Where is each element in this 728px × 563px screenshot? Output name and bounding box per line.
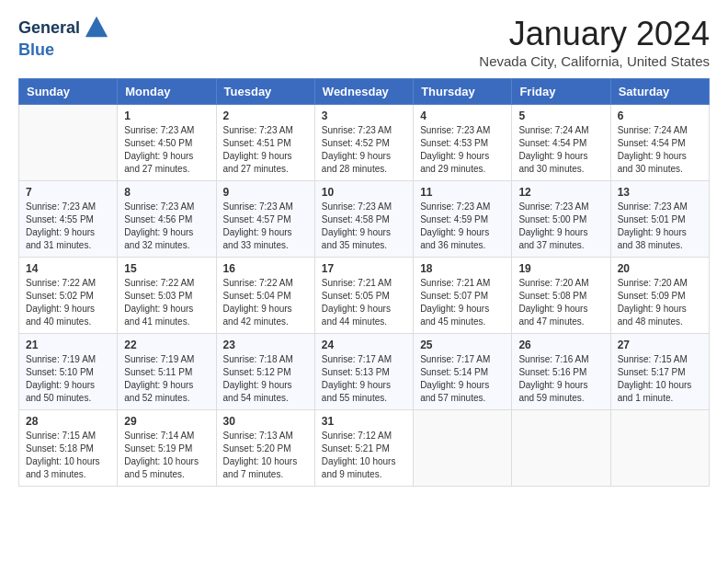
day-info: Sunrise: 7:22 AM Sunset: 5:04 PM Dayligh… (223, 277, 308, 328)
calendar-cell: 4Sunrise: 7:23 AM Sunset: 4:53 PM Daylig… (414, 105, 512, 181)
calendar-cell: 15Sunrise: 7:22 AM Sunset: 5:03 PM Dayli… (118, 258, 216, 334)
calendar-week-4: 21Sunrise: 7:19 AM Sunset: 5:10 PM Dayli… (19, 334, 710, 410)
calendar-cell: 7Sunrise: 7:23 AM Sunset: 4:55 PM Daylig… (19, 181, 118, 258)
day-info: Sunrise: 7:14 AM Sunset: 5:19 PM Dayligh… (124, 430, 209, 481)
logo-icon (84, 15, 109, 40)
calendar-cell: 31Sunrise: 7:12 AM Sunset: 5:21 PM Dayli… (314, 410, 413, 487)
day-number: 31 (322, 415, 406, 428)
calendar-header-monday: Monday (118, 79, 216, 105)
svg-marker-0 (85, 17, 108, 37)
day-number: 21 (26, 339, 110, 351)
calendar-header-saturday: Saturday (610, 79, 709, 105)
day-info: Sunrise: 7:23 AM Sunset: 5:00 PM Dayligh… (518, 201, 603, 252)
day-info: Sunrise: 7:19 AM Sunset: 5:10 PM Dayligh… (26, 353, 110, 405)
day-info: Sunrise: 7:20 AM Sunset: 5:08 PM Dayligh… (518, 277, 603, 328)
day-number: 7 (26, 186, 110, 199)
day-number: 19 (518, 262, 603, 275)
day-number: 6 (618, 109, 702, 122)
day-number: 9 (223, 186, 308, 199)
calendar-cell: 22Sunrise: 7:19 AM Sunset: 5:11 PM Dayli… (118, 334, 216, 410)
day-info: Sunrise: 7:23 AM Sunset: 4:50 PM Dayligh… (124, 124, 209, 176)
day-info: Sunrise: 7:23 AM Sunset: 4:59 PM Dayligh… (420, 201, 505, 252)
day-number: 16 (223, 262, 308, 275)
day-number: 3 (322, 109, 406, 122)
day-number: 30 (223, 415, 308, 428)
day-info: Sunrise: 7:23 AM Sunset: 5:01 PM Dayligh… (618, 201, 702, 252)
calendar-week-2: 7Sunrise: 7:23 AM Sunset: 4:55 PM Daylig… (19, 181, 710, 258)
day-number: 10 (322, 186, 406, 199)
calendar-cell: 26Sunrise: 7:16 AM Sunset: 5:16 PM Dayli… (512, 334, 610, 410)
calendar-cell: 25Sunrise: 7:17 AM Sunset: 5:14 PM Dayli… (414, 334, 512, 410)
calendar-week-3: 14Sunrise: 7:22 AM Sunset: 5:02 PM Dayli… (19, 258, 710, 334)
calendar-cell: 16Sunrise: 7:22 AM Sunset: 5:04 PM Dayli… (216, 258, 314, 334)
day-info: Sunrise: 7:12 AM Sunset: 5:21 PM Dayligh… (322, 430, 406, 481)
day-info: Sunrise: 7:15 AM Sunset: 5:17 PM Dayligh… (618, 353, 702, 405)
day-info: Sunrise: 7:15 AM Sunset: 5:18 PM Dayligh… (26, 430, 110, 481)
calendar-table: SundayMondayTuesdayWednesdayThursdayFrid… (18, 78, 710, 487)
calendar-cell: 11Sunrise: 7:23 AM Sunset: 4:59 PM Dayli… (414, 181, 512, 258)
day-info: Sunrise: 7:16 AM Sunset: 5:16 PM Dayligh… (518, 353, 603, 405)
day-number: 24 (322, 339, 406, 351)
day-info: Sunrise: 7:23 AM Sunset: 4:58 PM Dayligh… (322, 201, 406, 252)
calendar-cell (414, 410, 512, 487)
calendar-header-friday: Friday (512, 79, 610, 105)
day-number: 27 (618, 339, 702, 351)
day-info: Sunrise: 7:23 AM Sunset: 4:52 PM Dayligh… (322, 124, 406, 176)
day-info: Sunrise: 7:18 AM Sunset: 5:12 PM Dayligh… (223, 353, 308, 405)
calendar-cell: 29Sunrise: 7:14 AM Sunset: 5:19 PM Dayli… (118, 410, 216, 487)
calendar-cell: 14Sunrise: 7:22 AM Sunset: 5:02 PM Dayli… (19, 258, 118, 334)
day-number: 20 (618, 262, 702, 275)
day-info: Sunrise: 7:22 AM Sunset: 5:02 PM Dayligh… (26, 277, 110, 328)
day-number: 2 (223, 109, 308, 122)
day-number: 15 (124, 262, 209, 275)
calendar-cell (610, 410, 709, 487)
logo-blue-text: Blue (18, 40, 54, 60)
day-number: 23 (223, 339, 308, 351)
calendar-cell: 5Sunrise: 7:24 AM Sunset: 4:54 PM Daylig… (512, 105, 610, 181)
calendar-cell: 13Sunrise: 7:23 AM Sunset: 5:01 PM Dayli… (610, 181, 709, 258)
calendar-cell: 12Sunrise: 7:23 AM Sunset: 5:00 PM Dayli… (512, 181, 610, 258)
calendar-cell: 18Sunrise: 7:21 AM Sunset: 5:07 PM Dayli… (414, 258, 512, 334)
calendar-cell: 17Sunrise: 7:21 AM Sunset: 5:05 PM Dayli… (314, 258, 413, 334)
title-area: January 2024 Nevada City, California, Un… (479, 15, 710, 69)
location-title: Nevada City, California, United States (479, 53, 710, 69)
calendar-cell: 9Sunrise: 7:23 AM Sunset: 4:57 PM Daylig… (216, 181, 314, 258)
calendar-cell (19, 105, 118, 181)
day-info: Sunrise: 7:23 AM Sunset: 4:55 PM Dayligh… (26, 201, 110, 252)
calendar-cell: 6Sunrise: 7:24 AM Sunset: 4:54 PM Daylig… (610, 105, 709, 181)
day-number: 14 (26, 262, 110, 275)
calendar-cell: 1Sunrise: 7:23 AM Sunset: 4:50 PM Daylig… (118, 105, 216, 181)
day-info: Sunrise: 7:23 AM Sunset: 4:57 PM Dayligh… (223, 201, 308, 252)
day-number: 17 (322, 262, 406, 275)
day-info: Sunrise: 7:20 AM Sunset: 5:09 PM Dayligh… (618, 277, 702, 328)
calendar-cell: 21Sunrise: 7:19 AM Sunset: 5:10 PM Dayli… (19, 334, 118, 410)
day-number: 22 (124, 339, 209, 351)
calendar-header-sunday: Sunday (19, 79, 118, 105)
day-number: 12 (518, 186, 603, 199)
calendar-cell: 3Sunrise: 7:23 AM Sunset: 4:52 PM Daylig… (314, 105, 413, 181)
calendar-cell: 20Sunrise: 7:20 AM Sunset: 5:09 PM Dayli… (610, 258, 709, 334)
day-number: 5 (518, 109, 603, 122)
calendar-header-tuesday: Tuesday (216, 79, 314, 105)
day-number: 29 (124, 415, 209, 428)
day-number: 4 (420, 109, 505, 122)
calendar-cell: 8Sunrise: 7:23 AM Sunset: 4:56 PM Daylig… (118, 181, 216, 258)
day-number: 11 (420, 186, 505, 199)
day-number: 8 (124, 186, 209, 199)
day-number: 26 (518, 339, 603, 351)
calendar-cell: 19Sunrise: 7:20 AM Sunset: 5:08 PM Dayli… (512, 258, 610, 334)
calendar-header-thursday: Thursday (414, 79, 512, 105)
day-info: Sunrise: 7:17 AM Sunset: 5:14 PM Dayligh… (420, 353, 505, 405)
calendar-cell: 24Sunrise: 7:17 AM Sunset: 5:13 PM Dayli… (314, 334, 413, 410)
calendar-cell: 28Sunrise: 7:15 AM Sunset: 5:18 PM Dayli… (19, 410, 118, 487)
calendar-cell: 23Sunrise: 7:18 AM Sunset: 5:12 PM Dayli… (216, 334, 314, 410)
day-info: Sunrise: 7:24 AM Sunset: 4:54 PM Dayligh… (618, 124, 702, 176)
calendar-week-5: 28Sunrise: 7:15 AM Sunset: 5:18 PM Dayli… (19, 410, 710, 487)
day-info: Sunrise: 7:22 AM Sunset: 5:03 PM Dayligh… (124, 277, 209, 328)
day-info: Sunrise: 7:24 AM Sunset: 4:54 PM Dayligh… (518, 124, 603, 176)
calendar-cell: 30Sunrise: 7:13 AM Sunset: 5:20 PM Dayli… (216, 410, 314, 487)
day-info: Sunrise: 7:23 AM Sunset: 4:53 PM Dayligh… (420, 124, 505, 176)
day-number: 1 (124, 109, 209, 122)
month-title: January 2024 (479, 15, 710, 53)
day-number: 13 (618, 186, 702, 199)
